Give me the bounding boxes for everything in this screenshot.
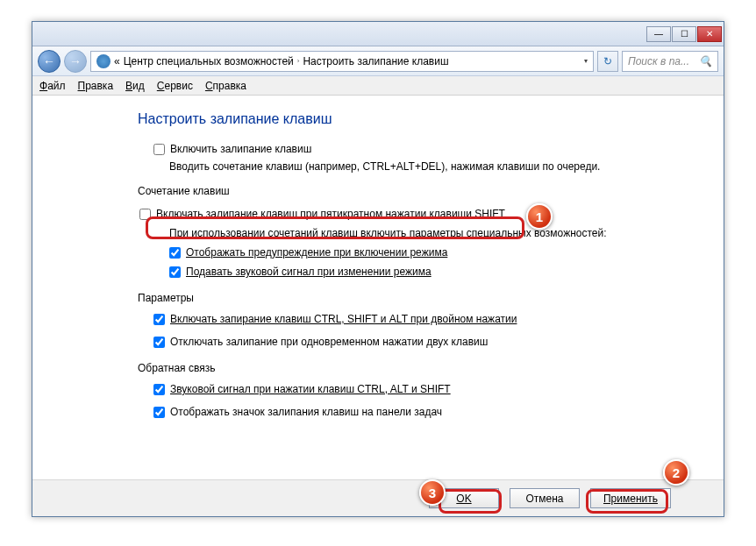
disable2-row: Отключать залипание при одновременном на… [138, 334, 699, 350]
minimize-button[interactable]: — [646, 26, 671, 42]
lock-checkbox[interactable] [153, 314, 165, 325]
bc-current[interactable]: Настроить залипание клавиш [303, 55, 448, 67]
warn-label[interactable]: Отображать предупреждение при включении … [186, 246, 447, 259]
chevron-right-icon: › [297, 57, 300, 65]
shortcut-hint: При использовании сочетаний клавиш включ… [138, 227, 699, 239]
disable2-checkbox[interactable] [153, 337, 165, 348]
back-icon: ← [43, 54, 55, 68]
chevron-down-icon[interactable]: ▾ [584, 57, 588, 65]
disable2-label[interactable]: Отключать залипание при одновременном на… [170, 336, 488, 348]
button-bar: OK Отмена Применить [32, 479, 724, 516]
breadcrumb[interactable]: « Центр специальных возможностей › Настр… [90, 51, 594, 72]
sound-label[interactable]: Подавать звуковой сигнал при изменении р… [186, 266, 431, 278]
bc-prefix: « [114, 55, 120, 67]
beep-row: Звуковой сигнал при нажатии клавиш CTRL,… [138, 381, 699, 397]
back-button[interactable]: ← [38, 50, 61, 73]
tray-row: Отображать значок залипания клавиш на па… [138, 404, 699, 420]
maximize-button[interactable]: ☐ [672, 26, 696, 42]
titlebar: — ☐ ✕ [32, 22, 724, 46]
apply-label: Применить [603, 493, 658, 505]
enable-sticky-label[interactable]: Включить залипание клавиш [170, 143, 311, 155]
section-params: Параметры [138, 292, 699, 304]
menu-view[interactable]: Вид [125, 80, 145, 92]
section-shortcut: Сочетание клавиш [138, 185, 699, 197]
menubar: Файл Правка Вид Сервис Справка [32, 76, 724, 96]
tray-checkbox[interactable] [153, 407, 165, 418]
navbar: ← → « Центр специальных возможностей › Н… [32, 46, 724, 76]
search-input[interactable]: Поиск в па... 🔍 [622, 51, 718, 72]
search-icon: 🔍 [699, 55, 712, 67]
content-area: Настроить залипание клавиш Включить зали… [32, 96, 699, 420]
cancel-button[interactable]: Отмена [510, 488, 580, 508]
beep-label[interactable]: Звуковой сигнал при нажатии клавиш CTRL,… [170, 383, 451, 395]
lock-row: Включать запирание клавиш CTRL, SHIFT и … [138, 311, 699, 327]
menu-help[interactable]: Справка [205, 80, 246, 92]
ok-label: OK [456, 493, 471, 505]
tray-label[interactable]: Отображать значок залипания клавиш на па… [170, 406, 442, 418]
cancel-label: Отмена [525, 493, 563, 505]
section-feedback: Обратная связь [138, 362, 699, 374]
menu-edit[interactable]: Правка [78, 80, 114, 92]
warn-row: Отображать предупреждение при включении … [138, 245, 699, 260]
shift5-checkbox[interactable] [139, 209, 151, 220]
menu-file[interactable]: Файл [39, 80, 66, 92]
beep-checkbox[interactable] [153, 384, 165, 395]
page-title: Настроить залипание клавиш [138, 111, 699, 127]
close-icon: ✕ [706, 29, 713, 39]
shift5-label[interactable]: Включать залипание клавиш при пятикратно… [156, 208, 505, 220]
enable-sticky-checkbox[interactable] [153, 144, 165, 155]
enable-sticky-row: Включить залипание клавиш [138, 141, 699, 157]
sound-checkbox[interactable] [169, 266, 181, 278]
apply-button[interactable]: Применить [590, 488, 671, 508]
close-button[interactable]: ✕ [697, 26, 722, 42]
ok-button[interactable]: OK [429, 488, 499, 508]
lock-label[interactable]: Включать запирание клавиш CTRL, SHIFT и … [170, 313, 517, 325]
sound-row: Подавать звуковой сигнал при изменении р… [138, 264, 699, 280]
search-placeholder: Поиск в па... [628, 55, 689, 67]
menu-tools[interactable]: Сервис [157, 80, 193, 92]
forward-button[interactable]: → [64, 50, 87, 73]
refresh-button[interactable]: ↻ [597, 51, 618, 72]
maximize-icon: ☐ [681, 29, 688, 39]
control-panel-window: — ☐ ✕ ← → « Центр специальных возможност… [32, 21, 724, 517]
minimize-icon: — [654, 29, 663, 39]
shift5-row: Включать залипание клавиш при пятикратно… [138, 204, 699, 223]
refresh-icon: ↻ [603, 55, 612, 67]
control-panel-icon [96, 54, 111, 68]
forward-icon: → [69, 54, 82, 68]
bc-parent[interactable]: Центр специальных возможностей [124, 55, 294, 67]
warn-checkbox[interactable] [169, 247, 181, 259]
enable-hint: Вводить сочетание клавиш (например, CTRL… [138, 160, 699, 173]
